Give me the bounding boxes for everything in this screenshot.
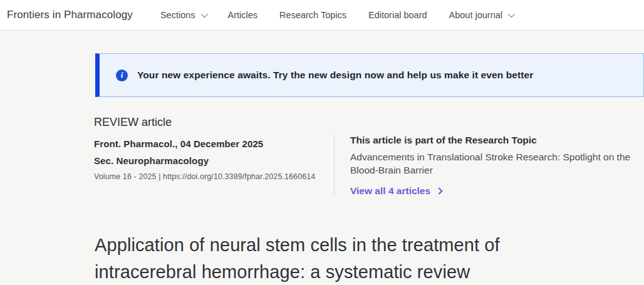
- article-meta-left: REVIEW article Front. Pharmacol., 04 Dec…: [94, 116, 334, 197]
- nav-item-label: Research Topics: [279, 10, 346, 20]
- nav-item-articles[interactable]: Articles: [228, 10, 258, 20]
- article-citation: Front. Pharmacol., 04 December 2025: [94, 138, 334, 149]
- top-navigation: Frontiers in Pharmacology Sections Artic…: [0, 0, 644, 31]
- view-all-articles-label: View all 4 articles: [350, 185, 430, 197]
- article-meta-section: REVIEW article Front. Pharmacol., 04 Dec…: [94, 116, 644, 197]
- nav-item-research-topics[interactable]: Research Topics: [279, 10, 346, 20]
- nav-menu: Sections Articles Research Topics Editor…: [160, 10, 513, 20]
- nav-item-label: About journal: [449, 10, 502, 20]
- new-experience-banner[interactable]: i Your new experience awaits. Try the ne…: [95, 53, 644, 97]
- article-section: Sec. Neuropharmacology: [94, 155, 334, 166]
- article-title: Application of neural stem cells in the …: [95, 232, 589, 285]
- banner-message: Your new experience awaits. Try the new …: [137, 70, 533, 81]
- view-all-articles-link[interactable]: View all 4 articles: [350, 185, 442, 197]
- nav-item-label: Sections: [160, 10, 195, 20]
- research-topic-title[interactable]: Advancements in Translational Stroke Res…: [350, 150, 633, 177]
- nav-item-label: Editorial board: [368, 10, 427, 20]
- journal-brand[interactable]: Frontiers in Pharmacology: [7, 9, 133, 21]
- chevron-down-icon: [200, 11, 207, 18]
- article-volume-doi: Volume 16 - 2025 | https://doi.org/10.33…: [94, 172, 334, 181]
- research-topic-heading: This article is part of the Research Top…: [350, 135, 633, 146]
- chevron-right-icon: [435, 187, 442, 194]
- nav-item-sections[interactable]: Sections: [160, 10, 206, 20]
- nav-item-editorial-board[interactable]: Editorial board: [368, 10, 427, 20]
- nav-item-label: Articles: [228, 10, 258, 20]
- article-type-label: REVIEW article: [94, 116, 334, 129]
- info-icon: i: [116, 70, 128, 81]
- research-topic-panel: This article is part of the Research Top…: [334, 135, 633, 197]
- nav-item-about-journal[interactable]: About journal: [449, 10, 513, 20]
- chevron-down-icon: [508, 11, 515, 18]
